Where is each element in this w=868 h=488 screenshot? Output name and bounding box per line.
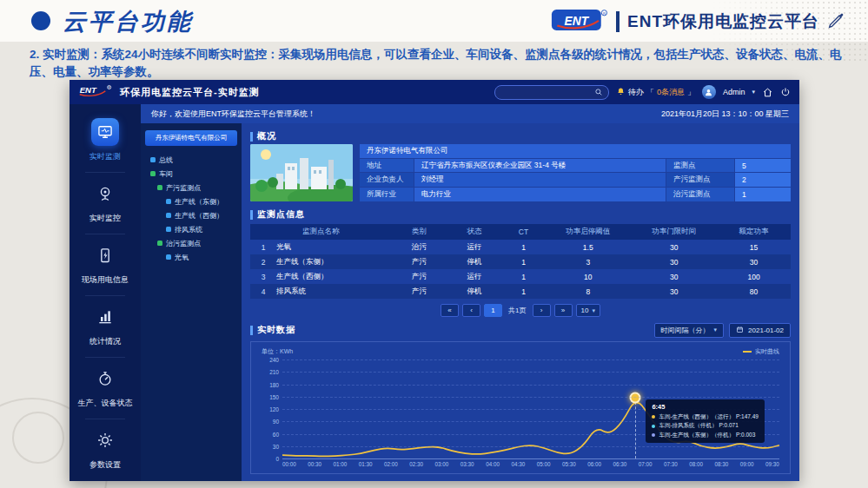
tooltip-series-dot [652, 433, 655, 437]
sidebar-item-device-status[interactable]: 生产、设备状态 [70, 358, 141, 419]
page-total: 共1页 [506, 306, 528, 315]
overview-field-label: 所属行业 [360, 188, 414, 201]
todo-button[interactable]: 待办 「 0条消息 」 [616, 87, 695, 98]
legend-line-swatch [743, 351, 752, 353]
section-accent [250, 132, 253, 142]
calendar-icon [736, 326, 744, 335]
user-menu[interactable]: Admin [723, 88, 745, 96]
x-axis-tick: 07:00 [639, 461, 653, 470]
sidebar-item-label: 现场用电信息 [82, 274, 129, 286]
table-row[interactable]: 1光氧治污运行11.53015 [250, 240, 791, 254]
gridline [282, 372, 779, 373]
tree-item-label: 车间 [159, 169, 173, 179]
x-axis-tick: 08:00 [689, 461, 703, 470]
overview-field-label: 企业负责人 [360, 173, 414, 187]
avatar[interactable] [702, 85, 716, 99]
points-table: 监测点名称类别状态CT功率启停阈值功率门限时间额定功率 1光氧治污运行11.53… [250, 224, 791, 299]
overview-section-header: 概况 [250, 129, 791, 144]
point-rated-power: 15 [717, 243, 791, 252]
point-threshold: 1.5 [545, 243, 631, 252]
overview-field-value: 刘经理 [414, 173, 666, 187]
current-page[interactable]: 1 [484, 304, 502, 317]
tree-item-label: 生产线（东侧） [175, 197, 223, 207]
x-axis-tick: 05:00 [537, 461, 551, 470]
datetime: 2021年01月20日 13：10：00 星期三 [661, 109, 789, 120]
column-header: 类别 [392, 227, 447, 237]
page-size-select[interactable]: 10 ▾ [576, 304, 600, 317]
tree-item[interactable]: 总线 [145, 153, 237, 167]
point-threshold: 8 [545, 287, 631, 296]
point-status: 运行 [447, 272, 502, 282]
brand-block: ENTR ENT环保用电监控云平台 [551, 8, 845, 36]
search-input[interactable] [500, 88, 591, 97]
content: 概况 丹东伊诺特电气有限公司地址辽宁省丹东市振兴区仪表企业园区 31-4 号楼监… [242, 123, 799, 481]
tree-node-icon [157, 185, 162, 190]
search-icon[interactable] [594, 84, 603, 100]
welcome-text: 你好，欢迎使用ENT环保监控云平台管理系统！ [151, 109, 315, 120]
tooltip-row: 车间-排风系统（停机） P:0.071 [652, 421, 759, 430]
x-axis-tick: 03:30 [461, 461, 474, 470]
point-gate-time: 30 [631, 273, 717, 281]
next-page-button[interactable]: › [533, 304, 551, 317]
gridline [282, 385, 779, 386]
sidebar-item-surveillance[interactable]: 实时监控 [70, 173, 141, 234]
x-axis-tick: 00:30 [308, 461, 321, 470]
sidebar-item-label: 实时监控 [89, 213, 121, 224]
first-page-button[interactable]: « [441, 304, 459, 317]
power-icon[interactable] [780, 87, 791, 97]
x-axis-labels: 00:0000:3001:0001:3002:0002:3003:0003:30… [282, 461, 779, 470]
prev-page-button[interactable]: ‹ [462, 304, 480, 317]
peak-marker[interactable] [630, 392, 641, 403]
sidebar-item-label: 参数设置 [89, 459, 121, 471]
tree-item[interactable]: 产污监测点 [145, 181, 237, 195]
home-icon[interactable] [762, 87, 773, 98]
slide-description: 2. 实时监测：系统24小时连续不间断实时监控：采集现场用电信息，可以查看企业、… [30, 46, 842, 80]
y-axis-tick: 180 [260, 382, 279, 388]
points-body: 1光氧治污运行11.530152生产线（东侧）产污停机1330303生产线（西侧… [250, 240, 791, 299]
tree-item[interactable]: 排风系统 [145, 222, 237, 236]
search-box[interactable] [494, 85, 609, 100]
pagination: « ‹ 1 共1页 › » 10 ▾ [250, 304, 791, 317]
sidebar-item-settings[interactable]: 参数设置 [70, 419, 141, 481]
tree-item[interactable]: 车间 [145, 167, 237, 181]
column-header: CT [502, 228, 545, 236]
sidebar-item-power-info[interactable]: 现场用电信息 [70, 234, 141, 296]
y-axis-tick: 90 [260, 419, 279, 425]
tree-item[interactable]: 生产线（东侧） [145, 195, 237, 208]
tree-item[interactable]: 光氧 [145, 250, 237, 264]
tree-node-icon [166, 199, 171, 204]
todo-badge: 0条消息 [657, 87, 685, 98]
x-axis-tick: 07:30 [664, 461, 678, 470]
sidebar-item-label: 生产、设备状态 [78, 398, 133, 409]
point-rated-power: 100 [717, 273, 791, 281]
y-axis-tick: 210 [260, 369, 279, 375]
chevron-down-icon[interactable]: ▾ [752, 89, 755, 96]
x-axis-tick: 08:30 [715, 461, 729, 470]
last-page-button[interactable]: » [554, 304, 573, 317]
interval-select[interactable]: 时间间隔（分） ▾ [654, 323, 725, 338]
column-header: 功率启停阈值 [545, 227, 631, 237]
points-header: 监测点名称类别状态CT功率启停阈值功率门限时间额定功率 [250, 224, 791, 240]
overview-body: 丹东伊诺特电气有限公司地址辽宁省丹东市振兴区仪表企业园区 31-4 号楼监测点5… [250, 144, 791, 201]
point-type: 治污 [392, 242, 447, 253]
ent-logo: ENTR [551, 8, 608, 36]
column-header: 额定功率 [717, 227, 791, 237]
gridline [282, 359, 779, 360]
company-name: 丹东伊诺特电气有限公司 [360, 144, 791, 158]
svg-text:ENT: ENT [80, 85, 97, 95]
point-name: 排风系统 [276, 287, 306, 297]
table-row[interactable]: 3生产线（西侧）产污运行11030100 [250, 269, 791, 284]
sidebar-item-stats[interactable]: 统计情况 [70, 296, 141, 358]
table-row[interactable]: 2生产线（东侧）产污停机133030 [250, 254, 791, 269]
tree-node-icon [166, 254, 171, 260]
tree-root-company[interactable]: 丹东伊诺特电气有限公司 [145, 130, 237, 146]
x-axis-tick: 04:00 [486, 461, 500, 470]
tree-item[interactable]: 生产线（西侧） [145, 208, 237, 222]
sidebar-item-monitor[interactable]: 实时监测 [70, 111, 141, 173]
date-picker[interactable]: 2021-01-02 [729, 323, 791, 338]
tree-item[interactable]: 治污监测点 [145, 236, 237, 250]
x-axis-tick: 01:00 [334, 461, 348, 470]
app-logo: ENTR [78, 83, 113, 101]
table-row[interactable]: 4排风系统产污停机183080 [250, 284, 791, 299]
y-axis-tick: 60 [260, 432, 279, 438]
